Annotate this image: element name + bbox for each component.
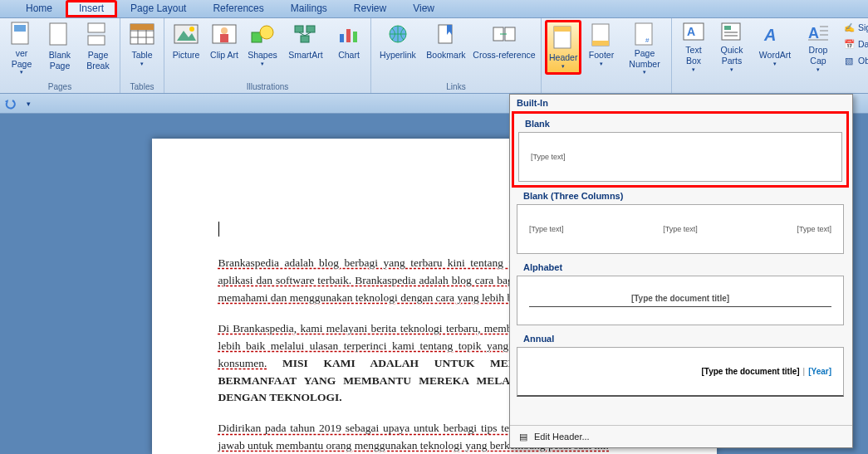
table-button[interactable]: Table▾ bbox=[124, 20, 160, 75]
cross-reference-icon bbox=[491, 22, 517, 48]
clip-art-label: Clip Art bbox=[208, 50, 241, 61]
cover-page-label: ver Page bbox=[5, 48, 38, 69]
tab-review[interactable]: Review bbox=[341, 0, 400, 17]
svg-rect-2 bbox=[50, 23, 66, 45]
gallery-item-annual[interactable]: Annual [Type the document title] | [Year… bbox=[510, 330, 851, 402]
page-number-icon: # bbox=[631, 22, 658, 46]
chart-icon bbox=[336, 22, 362, 48]
group-header-footer: Header▾ Footer▾ # Page Number▾ bbox=[542, 18, 672, 93]
quick-parts-icon bbox=[718, 22, 745, 43]
quick-parts-button[interactable]: Quick Parts▾ bbox=[714, 20, 750, 75]
hyperlink-button[interactable]: Hyperlink bbox=[375, 20, 421, 75]
bookmark-label: Bookmark bbox=[424, 50, 468, 61]
gallery-item-blank[interactable]: Blank [Type text] bbox=[512, 111, 849, 188]
page-break-icon bbox=[85, 22, 111, 48]
svg-rect-20 bbox=[306, 26, 315, 32]
gallery-item-blank-label: Blank bbox=[518, 115, 842, 132]
svg-rect-24 bbox=[353, 32, 357, 42]
group-pages-label: Pages bbox=[3, 81, 116, 93]
shapes-button[interactable]: Shapes▾ bbox=[244, 20, 281, 75]
tab-references[interactable]: References bbox=[199, 0, 277, 17]
dropdown-icon[interactable]: ▾ bbox=[22, 97, 35, 110]
tab-insert[interactable]: Insert bbox=[66, 0, 117, 17]
cover-page-button[interactable]: ver Page▾ bbox=[3, 20, 40, 75]
svg-point-15 bbox=[221, 27, 228, 34]
gallery-scroll[interactable]: Built-In Blank [Type text] Blank (Three … bbox=[510, 95, 852, 425]
blank-page-label: Blank Page bbox=[43, 50, 76, 71]
hyperlink-label: Hyperlink bbox=[376, 50, 419, 61]
undo-icon[interactable] bbox=[3, 97, 17, 110]
drop-cap-button[interactable]: A Drop Cap▾ bbox=[800, 20, 836, 75]
group-pages: ver Page▾ Blank Page Page Break Pages bbox=[0, 18, 120, 93]
smartart-icon bbox=[292, 22, 319, 48]
picture-button[interactable]: Picture bbox=[168, 20, 204, 75]
smartart-button[interactable]: SmartArt bbox=[282, 20, 329, 75]
edit-header-action[interactable]: ▤ Edit Header... bbox=[510, 425, 852, 447]
group-text: A Text Box▾ Quick Parts▾ A WordArt▾ A Dr… bbox=[672, 18, 868, 93]
header-icon bbox=[550, 24, 576, 51]
signature-icon: ✍ bbox=[842, 21, 856, 34]
svg-rect-16 bbox=[220, 34, 228, 42]
gallery-item-three-label: Blank (Three Columns) bbox=[517, 188, 844, 204]
svg-rect-23 bbox=[346, 29, 351, 42]
page-break-label: Page Break bbox=[81, 50, 115, 71]
ribbon-content: ver Page▾ Blank Page Page Break Pages bbox=[0, 18, 868, 94]
group-illustrations: Picture Clip Art Shapes▾ SmartArt Chart … bbox=[164, 18, 371, 93]
group-tables-label: Tables bbox=[124, 81, 160, 93]
chart-label: Chart bbox=[332, 50, 365, 61]
hyperlink-icon bbox=[385, 22, 411, 48]
header-button[interactable]: Header▾ bbox=[545, 20, 581, 75]
tab-home[interactable]: Home bbox=[12, 0, 66, 17]
page-number-label: Page Number bbox=[623, 48, 666, 69]
header-label: Header bbox=[549, 52, 577, 63]
footer-button[interactable]: Footer▾ bbox=[583, 20, 620, 75]
alpha-line bbox=[529, 306, 831, 307]
blank-placeholder: [Type text] bbox=[531, 153, 566, 161]
page-break-button[interactable]: Page Break bbox=[80, 20, 116, 75]
text-box-button[interactable]: A Text Box▾ bbox=[675, 20, 712, 75]
signature-line-button[interactable]: ✍Signature Line ▾ bbox=[840, 20, 868, 35]
tab-view[interactable]: View bbox=[400, 0, 448, 17]
svg-rect-1 bbox=[14, 25, 26, 32]
tab-page-layout[interactable]: Page Layout bbox=[117, 0, 199, 17]
drop-cap-label: Drop Cap bbox=[802, 45, 835, 66]
chart-button[interactable]: Chart bbox=[331, 20, 367, 75]
group-links: Hyperlink Bookmark Cross-reference Links bbox=[371, 18, 542, 93]
svg-rect-19 bbox=[295, 26, 303, 32]
object-button[interactable]: ▧Object ▾ bbox=[840, 53, 868, 68]
edit-header-icon: ▤ bbox=[517, 430, 530, 443]
header-gallery-dropdown: Built-In Blank [Type text] Blank (Three … bbox=[509, 94, 853, 448]
three-ph-3: [Type text] bbox=[797, 225, 831, 233]
signature-label: Signature Line bbox=[858, 22, 868, 32]
svg-rect-40 bbox=[724, 32, 738, 33]
footer-label: Footer bbox=[585, 50, 618, 61]
picture-icon bbox=[173, 22, 199, 48]
clip-art-icon bbox=[211, 22, 238, 48]
svg-rect-31 bbox=[554, 27, 571, 32]
three-ph-1: [Type text] bbox=[529, 225, 564, 233]
bookmark-button[interactable]: Bookmark bbox=[423, 20, 469, 75]
preview-blank: [Type text] bbox=[518, 132, 842, 182]
group-tables: Table▾ Tables bbox=[120, 18, 164, 93]
svg-rect-39 bbox=[724, 26, 731, 30]
wordart-button[interactable]: A WordArt▾ bbox=[752, 20, 798, 75]
shapes-label: Shapes bbox=[246, 50, 279, 61]
gallery-item-three-columns[interactable]: Blank (Three Columns) [Type text] [Type … bbox=[510, 188, 851, 259]
clip-art-button[interactable]: Clip Art bbox=[206, 20, 243, 75]
page-number-button[interactable]: # Page Number▾ bbox=[621, 20, 668, 75]
ribbon-tabs: Home Insert Page Layout References Maili… bbox=[0, 0, 868, 18]
object-icon: ▧ bbox=[842, 54, 856, 67]
gallery-item-alphabet[interactable]: Alphabet [Type the document title] bbox=[510, 259, 851, 330]
date-time-button[interactable]: 📅Date & Time bbox=[840, 37, 868, 51]
cross-reference-label: Cross-reference bbox=[473, 50, 536, 61]
preview-three: [Type text] [Type text] [Type text] bbox=[517, 204, 844, 254]
cross-reference-button[interactable]: Cross-reference bbox=[471, 20, 537, 75]
svg-point-13 bbox=[189, 27, 194, 32]
group-illustrations-label: Illustrations bbox=[168, 81, 367, 93]
gallery-heading: Built-In bbox=[510, 95, 851, 111]
wordart-icon: A bbox=[762, 22, 788, 48]
tab-mailings[interactable]: Mailings bbox=[277, 0, 341, 17]
preview-annual: [Type the document title] | [Year] bbox=[517, 347, 844, 397]
svg-text:A: A bbox=[763, 26, 776, 44]
blank-page-button[interactable]: Blank Page bbox=[42, 20, 78, 75]
